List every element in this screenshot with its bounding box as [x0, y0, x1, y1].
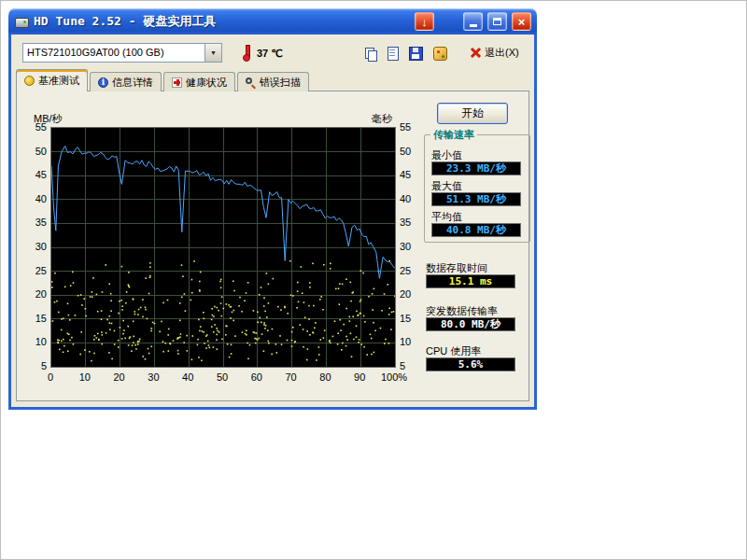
burst-rate-label: 突发数据传输率 — [426, 304, 498, 318]
y-axis-tick-label-left: 35 — [21, 217, 47, 228]
min-label: 最小值 — [431, 148, 462, 162]
y-axis-tick-label-left: 55 — [21, 121, 47, 133]
tab-health[interactable]: 健康状况 — [163, 72, 235, 91]
chevron-down-icon[interactable]: ▼ — [204, 44, 221, 62]
transfer-rate-groupbox: 传输速率 最小值 23.3 MB/秒 最大值 51.3 MB/秒 平均值 40.… — [424, 134, 530, 243]
tab-benchmark[interactable]: 基准测试 — [16, 69, 88, 91]
y-axis-tick-label-right: 15 — [400, 313, 411, 324]
x-axis-tick-label: 100% — [375, 371, 413, 383]
x-axis-tick-label: 80 — [306, 371, 344, 383]
tab-info-label: 信息详情 — [112, 76, 153, 90]
access-time-value: 15.1 ms — [426, 274, 515, 288]
max-value: 51.3 MB/秒 — [431, 192, 521, 206]
temperature-value: 37 ℃ — [257, 48, 283, 60]
avg-value: 40.8 MB/秒 — [431, 223, 521, 237]
cpu-usage-label: CPU 使用率 — [426, 344, 481, 358]
benchmark-panel: 开始 MB/秒 毫秒 55555050454540403535303025252… — [16, 91, 529, 401]
options-icon — [433, 47, 447, 61]
download-arrow-icon: ↓ — [421, 16, 428, 28]
y-axis-tick-label-left: 30 — [21, 241, 47, 252]
benchmark-chart — [50, 127, 396, 368]
maximize-button[interactable] — [487, 12, 507, 31]
titlebar[interactable]: HD Tune 2.52 - 硬盘实用工具 ↓ × — [8, 8, 537, 35]
download-button[interactable]: ↓ — [415, 12, 434, 31]
copy-icon — [365, 48, 376, 60]
copy-text-button[interactable] — [383, 43, 403, 63]
x-axis-tick-label: 20 — [101, 371, 138, 383]
close-button[interactable]: × — [512, 12, 531, 31]
save-screenshot-button[interactable] — [405, 43, 426, 63]
cpu-usage-value: 5.6% — [426, 357, 515, 371]
y-axis-tick-label-right: 55 — [400, 121, 411, 133]
access-time-label: 数据存取时间 — [426, 261, 487, 275]
y-axis-tick-label-right: 40 — [400, 193, 411, 204]
y-axis-tick-label-left: 50 — [21, 146, 47, 157]
tab-benchmark-label: 基准测试 — [38, 74, 79, 88]
tabstrip: 基准测试 信息详情 健康状况 错误扫描 — [16, 70, 309, 91]
tab-info[interactable]: 信息详情 — [90, 72, 162, 91]
thermometer-icon — [243, 45, 251, 61]
y-axis-tick-label-right: 10 — [400, 336, 411, 347]
app-icon — [14, 14, 29, 29]
y-axis-tick-label-left: 5 — [21, 360, 47, 371]
magnifier-icon — [246, 77, 256, 88]
y-axis-tick-label-right: 25 — [400, 265, 411, 276]
y-axis-tick-label-right: 45 — [400, 169, 411, 180]
tab-health-label: 健康状况 — [186, 76, 227, 90]
x-axis-tick-label: 30 — [134, 371, 172, 383]
right-axis-caption: 毫秒 — [372, 112, 392, 126]
window-body: HTS721010G9AT00 (100 GB) ▼ 37 ℃ 退出(X) — [8, 35, 537, 410]
info-icon — [98, 77, 108, 88]
y-axis-tick-label-right: 35 — [400, 217, 411, 228]
x-axis-tick-label: 0 — [32, 371, 69, 383]
y-axis-tick-label-right: 30 — [400, 241, 411, 252]
maximize-icon — [493, 18, 501, 25]
avg-label: 平均值 — [431, 210, 462, 224]
exit-label: 退出(X) — [485, 46, 519, 60]
y-axis-tick-label-left: 20 — [21, 288, 47, 300]
minimize-button[interactable] — [463, 12, 483, 31]
tab-error-scan-label: 错误扫描 — [260, 76, 301, 90]
window-title: HD Tune 2.52 - 硬盘实用工具 — [34, 13, 410, 30]
y-axis-tick-label-left: 45 — [21, 169, 47, 180]
options-button[interactable] — [430, 43, 450, 63]
y-axis-tick-label-left: 15 — [21, 313, 47, 324]
max-label: 最大值 — [431, 179, 462, 193]
y-axis-tick-label-right: 50 — [400, 146, 411, 157]
minimize-icon — [470, 24, 477, 27]
x-axis-tick-label: 90 — [341, 371, 378, 383]
start-button[interactable]: 开始 — [437, 103, 508, 124]
exit-button[interactable]: 退出(X) — [471, 43, 519, 62]
x-axis-tick-label: 10 — [66, 371, 104, 383]
transfer-rate-legend: 传输速率 — [430, 128, 477, 142]
y-axis-tick-label-left: 25 — [21, 265, 47, 276]
screen-background: HD Tune 2.52 - 硬盘实用工具 ↓ × HTS721010G9AT0… — [0, 0, 747, 560]
x-axis-tick-label: 70 — [273, 371, 310, 383]
x-axis-tick-label: 40 — [169, 371, 206, 383]
toolbar: HTS721010G9AT00 (100 GB) ▼ 37 ℃ 退出(X) — [11, 35, 534, 70]
min-value: 23.3 MB/秒 — [431, 161, 521, 175]
y-axis-tick-label-right: 5 — [400, 360, 405, 371]
floppy-disk-icon — [409, 47, 423, 61]
drive-select-value: HTS721010G9AT00 (100 GB) — [23, 44, 204, 62]
exit-x-icon — [471, 48, 481, 58]
hd-tune-window: HD Tune 2.52 - 硬盘实用工具 ↓ × HTS721010G9AT0… — [8, 8, 537, 410]
copy-screenshot-button[interactable] — [360, 43, 381, 63]
y-axis-tick-label-right: 20 — [400, 288, 411, 300]
x-axis-tick-label: 50 — [204, 371, 241, 383]
gauge-icon — [24, 76, 35, 86]
burst-rate-value: 80.0 MB/秒 — [426, 317, 515, 331]
health-cross-icon — [172, 77, 182, 88]
close-icon: × — [518, 16, 526, 28]
x-axis-tick-label: 60 — [238, 371, 275, 383]
page-icon — [388, 47, 399, 61]
y-axis-tick-label-left: 40 — [21, 193, 47, 204]
tab-error-scan[interactable]: 错误扫描 — [237, 72, 309, 91]
drive-select-combobox[interactable]: HTS721010G9AT00 (100 GB) ▼ — [22, 43, 222, 63]
y-axis-tick-label-left: 10 — [21, 336, 47, 347]
